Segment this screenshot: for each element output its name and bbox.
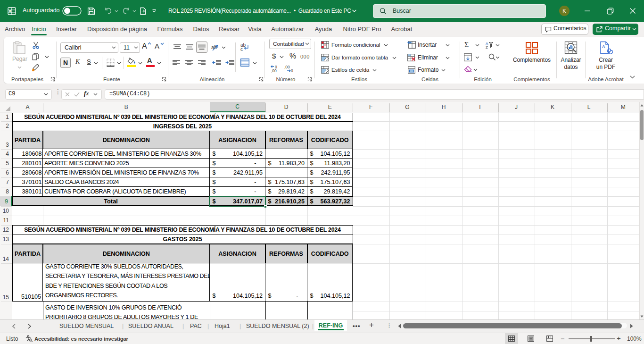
svg-text:,00: ,00	[284, 65, 290, 69]
svg-text:X: X	[8, 8, 12, 14]
svg-text:0: 0	[291, 68, 293, 73]
svg-text:c: c	[240, 47, 243, 51]
svg-text:Z: Z	[486, 45, 488, 49]
svg-text:,00: ,00	[271, 68, 277, 73]
svg-text:A: A	[602, 44, 605, 49]
